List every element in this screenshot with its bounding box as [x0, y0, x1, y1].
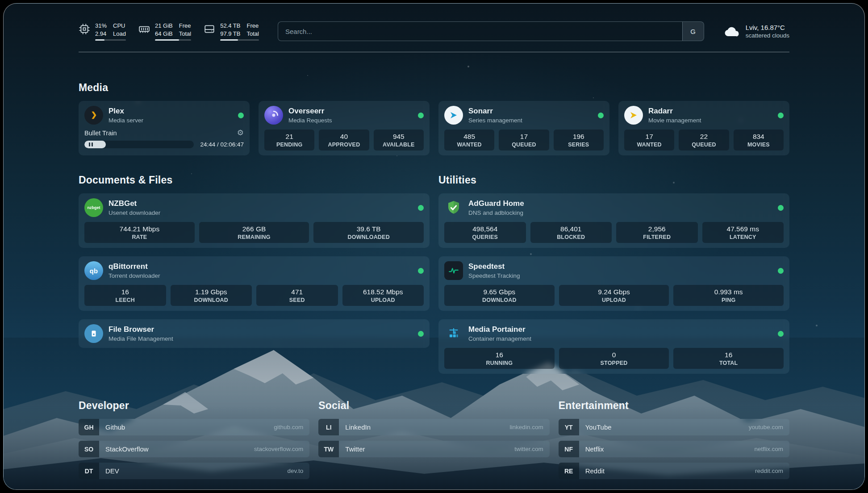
stat-value: 39.6 TB — [314, 225, 423, 233]
search-provider-button[interactable]: G — [682, 22, 704, 41]
service-name: Speedtest — [468, 262, 520, 271]
stat: 1.19 Gbps DOWNLOAD — [171, 285, 252, 306]
weather-condition: scattered clouds — [746, 32, 789, 39]
stat-label: DOWNLOAD — [445, 297, 554, 303]
stat: 9.65 Gbps DOWNLOAD — [444, 285, 555, 306]
disk-total-label: Total — [246, 30, 259, 38]
stat-value: 16 — [445, 351, 554, 359]
stat: 21 PENDING — [264, 130, 314, 150]
stat-label: QUEUED — [680, 142, 728, 148]
stat: 0 STOPPED — [559, 348, 669, 369]
memory-free-label: Free — [179, 22, 191, 29]
playback-progress-bar[interactable] — [84, 141, 194, 148]
service-card-sonarr[interactable]: Sonarr Series management 485 WANTED 17 Q… — [438, 101, 609, 155]
bookmark-url: netflix.com — [754, 446, 783, 452]
stat-label: FILTERED — [617, 234, 697, 240]
service-card-filebrowser[interactable]: File Browser Media File Management — [79, 319, 430, 348]
stat-label: LATENCY — [703, 234, 783, 240]
service-card-portainer[interactable]: Media Portainer Container management 16 … — [438, 319, 789, 374]
service-card-adguard[interactable]: AdGuard Home DNS and adblocking 498,564 … — [438, 193, 789, 248]
bookmark-linkedin[interactable]: LI LinkedIn linkedin.com — [318, 419, 549, 435]
service-card-qbittorrent[interactable]: qb qBittorrent Torrent downloader 16 — [79, 256, 430, 311]
section-title-utilities: Utilities — [438, 174, 789, 186]
radarr-icon — [624, 106, 643, 125]
stat-value: 945 — [375, 133, 423, 141]
service-subtitle: Series management — [468, 117, 522, 124]
bookmark-abbr: GH — [79, 419, 99, 435]
bookmark-dev[interactable]: DT DEV dev.to — [79, 463, 309, 479]
service-subtitle: Torrent downloader — [108, 272, 160, 279]
stat-label: APPROVED — [320, 142, 368, 148]
weather-location-temp: Lviv, 16.87°C — [746, 24, 789, 31]
bookmark-twitter[interactable]: TW Twitter twitter.com — [318, 441, 549, 457]
bookmark-name: LinkedIn — [345, 423, 371, 431]
resource-widget-cpu: 31% 2.94 CPU Load — [79, 22, 126, 40]
stat-value: 2,956 — [617, 225, 697, 233]
stat-label: REMAINING — [200, 234, 309, 240]
service-card-overseerr[interactable]: Overseerr Media Requests 21 PENDING 40 A… — [259, 101, 430, 155]
section-title-media: Media — [79, 82, 789, 94]
stat-value: 498,564 — [445, 225, 525, 233]
bookmark-github[interactable]: GH Github github.com — [79, 419, 309, 435]
stat: 17 QUEUED — [499, 130, 549, 150]
stat-label: SERIES — [555, 142, 603, 148]
stat-label: PING — [674, 297, 783, 303]
bookmark-abbr: TW — [318, 441, 339, 457]
playback-time: 24:44 / 02:06:47 — [200, 141, 244, 148]
stat-value: 22 — [680, 133, 728, 141]
service-card-nzbget[interactable]: nzbget NZBGet Usenet downloader 744.21 M… — [79, 193, 430, 248]
stat-label: WANTED — [445, 142, 493, 148]
search-input[interactable] — [278, 22, 682, 41]
service-name: Media Portainer — [468, 325, 531, 334]
disk-progress-fill — [220, 39, 238, 41]
stat: 744.21 Mbps RATE — [84, 222, 195, 243]
bookmark-stackoverflow[interactable]: SO StackOverflow stackoverflow.com — [79, 441, 309, 457]
service-card-speedtest[interactable]: Speedtest Speedtest Tracking 9.65 Gbps D… — [438, 256, 789, 311]
bookmark-group-developer: Developer GH Github github.com SO StackO… — [79, 400, 309, 479]
stat-label: AVAILABLE — [375, 142, 423, 148]
stat-value: 9.65 Gbps — [445, 288, 554, 296]
service-name: Sonarr — [468, 107, 522, 116]
stat: 498,564 QUERIES — [444, 222, 526, 243]
cpu-load-label: Load — [113, 30, 126, 38]
search-bar[interactable]: G — [278, 21, 704, 41]
stat-value: 17 — [625, 133, 673, 141]
status-dot — [778, 268, 784, 274]
stat-label: BLOCKED — [531, 234, 611, 240]
service-card-plex[interactable]: Plex Media server Bullet Train ⚙ — [79, 101, 250, 155]
stat-value: 21 — [265, 133, 313, 141]
nzbget-icon: nzbget — [84, 198, 103, 217]
bookmark-netflix[interactable]: NF Netflix netflix.com — [559, 441, 789, 457]
bookmark-group-social: Social LI LinkedIn linkedin.com TW Twitt… — [318, 400, 549, 479]
status-dot — [238, 113, 244, 118]
bookmark-reddit[interactable]: RE Reddit reddit.com — [559, 463, 789, 479]
status-dot — [418, 205, 424, 211]
disk-free-label: Free — [246, 22, 259, 29]
stat-value: 266 GB — [200, 225, 309, 233]
stat: 9.24 Gbps UPLOAD — [559, 285, 669, 306]
memory-icon — [138, 23, 150, 35]
top-bar: 31% 2.94 CPU Load — [79, 4, 789, 41]
service-subtitle: Media server — [108, 117, 143, 124]
bookmark-youtube[interactable]: YT YouTube youtube.com — [559, 419, 789, 435]
status-dot — [418, 331, 424, 337]
section-media: Media Plex Media server Bullet — [79, 82, 789, 155]
stat-value: 16 — [85, 288, 165, 296]
service-subtitle: Media Requests — [288, 117, 332, 124]
stat-value: 17 — [500, 133, 548, 141]
service-subtitle: Container management — [468, 335, 531, 342]
bookmark-abbr: SO — [79, 441, 99, 457]
pause-icon[interactable] — [89, 142, 93, 146]
dashboard-window: 31% 2.94 CPU Load — [3, 3, 865, 490]
stat-label: SEED — [257, 297, 337, 303]
stat: 40 APPROVED — [319, 130, 369, 150]
stat: 16 TOTAL — [673, 348, 784, 369]
service-card-radarr[interactable]: Radarr Movie management 17 WANTED 22 QUE… — [618, 101, 789, 155]
status-dot — [778, 113, 784, 118]
bookmark-name: Github — [105, 423, 125, 431]
section-title-developer: Developer — [79, 400, 309, 412]
overseerr-icon — [264, 106, 283, 125]
stat-label: DOWNLOADED — [314, 234, 423, 240]
settings-icon[interactable]: ⚙ — [237, 129, 244, 137]
service-name: NZBGet — [108, 199, 160, 208]
